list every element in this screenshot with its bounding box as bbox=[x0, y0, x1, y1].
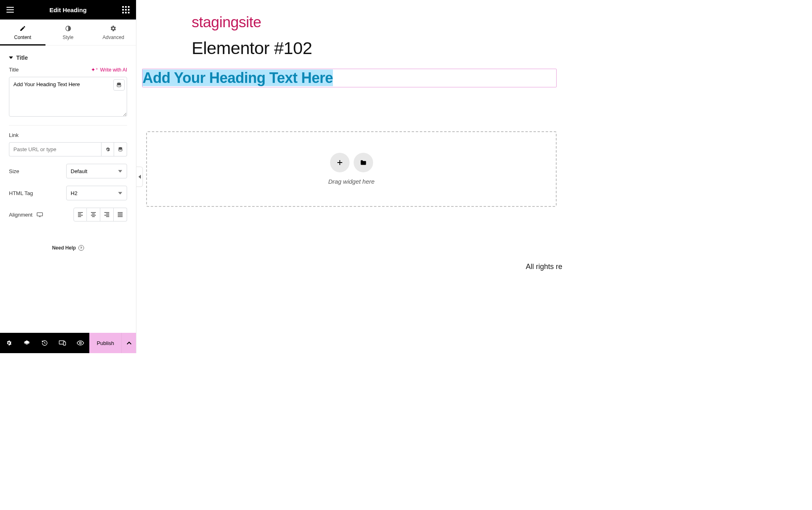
title-textarea[interactable] bbox=[9, 77, 127, 117]
preview-canvas: stagingsite Elementor #102 Add Your Head… bbox=[136, 0, 562, 353]
folder-icon bbox=[360, 159, 367, 166]
panel-header: Edit Heading bbox=[0, 0, 136, 20]
size-select[interactable]: Default bbox=[66, 164, 127, 178]
layers-icon bbox=[23, 340, 30, 346]
align-left-icon bbox=[78, 212, 83, 217]
dropzone[interactable]: Drag widget here bbox=[146, 131, 557, 207]
footer-settings-button[interactable] bbox=[0, 333, 18, 353]
chevron-up-icon bbox=[127, 341, 132, 345]
collapse-panel-handle[interactable] bbox=[136, 167, 143, 187]
template-library-button[interactable] bbox=[354, 153, 373, 172]
responsive-icon[interactable] bbox=[37, 212, 43, 217]
control-title: Title ✦⁺ Write with AI bbox=[9, 67, 127, 118]
link-dynamic-button[interactable] bbox=[114, 142, 127, 156]
align-center-button[interactable] bbox=[87, 208, 100, 221]
tab-content-label: Content bbox=[14, 35, 31, 40]
section-title-header[interactable]: Title bbox=[9, 51, 127, 67]
divider bbox=[9, 125, 127, 126]
write-with-ai-label: Write with AI bbox=[100, 67, 127, 73]
footer-history-button[interactable] bbox=[36, 333, 54, 353]
rights-text: All rights re bbox=[526, 263, 562, 271]
control-link: Link bbox=[9, 132, 127, 156]
control-htmltag: HTML Tag H2 bbox=[9, 186, 127, 200]
site-name[interactable]: stagingsite bbox=[136, 0, 562, 34]
need-help-link[interactable]: Need Help ? bbox=[9, 229, 127, 259]
title-label: Title bbox=[9, 67, 19, 73]
gear-icon bbox=[6, 340, 12, 346]
plus-icon bbox=[336, 159, 343, 166]
database-icon bbox=[118, 147, 123, 152]
tab-style-label: Style bbox=[63, 35, 73, 40]
alignment-toggle-group bbox=[73, 208, 127, 221]
htmltag-label: HTML Tag bbox=[9, 190, 33, 196]
panel-title: Edit Heading bbox=[50, 7, 87, 13]
database-icon bbox=[116, 82, 122, 88]
tab-content[interactable]: Content bbox=[0, 20, 45, 45]
htmltag-select[interactable]: H2 bbox=[66, 186, 127, 200]
align-justify-icon bbox=[117, 212, 123, 217]
editor-panel: Edit Heading Content Style Advanced bbox=[0, 0, 136, 353]
publish-options-button[interactable] bbox=[121, 333, 136, 353]
svg-rect-5 bbox=[63, 342, 66, 345]
link-settings-button[interactable] bbox=[101, 142, 114, 156]
tab-style[interactable]: Style bbox=[45, 20, 91, 45]
footer-responsive-button[interactable] bbox=[54, 333, 71, 353]
control-alignment: Alignment bbox=[9, 208, 127, 221]
heading-widget[interactable]: Add Your Heading Text Here bbox=[142, 69, 557, 87]
heading-text[interactable]: Add Your Heading Text Here bbox=[143, 69, 333, 86]
need-help-label: Need Help bbox=[52, 245, 76, 251]
history-icon bbox=[41, 340, 48, 346]
gear-icon bbox=[105, 147, 110, 152]
publish-button[interactable]: Publish bbox=[89, 333, 121, 353]
control-size: Size Default bbox=[9, 164, 127, 178]
dropzone-hint: Drag widget here bbox=[328, 178, 374, 185]
alignment-label: Alignment bbox=[9, 212, 32, 218]
align-right-icon bbox=[104, 212, 110, 217]
align-right-button[interactable] bbox=[100, 208, 114, 221]
panel-tabs: Content Style Advanced bbox=[0, 20, 136, 46]
eye-icon bbox=[77, 340, 84, 346]
add-section-button[interactable] bbox=[330, 153, 350, 172]
link-input[interactable] bbox=[9, 142, 101, 156]
gear-icon bbox=[110, 25, 117, 32]
tab-advanced-label: Advanced bbox=[102, 35, 124, 40]
link-label: Link bbox=[9, 132, 19, 138]
apps-icon[interactable] bbox=[121, 5, 130, 14]
pencil-icon bbox=[19, 25, 26, 32]
contrast-icon bbox=[65, 25, 71, 32]
size-label: Size bbox=[9, 168, 19, 174]
section-title-label: Title bbox=[16, 54, 28, 61]
align-center-icon bbox=[91, 212, 96, 217]
devices-icon bbox=[59, 340, 66, 346]
dynamic-tags-button[interactable] bbox=[113, 79, 125, 91]
publish-label: Publish bbox=[97, 340, 114, 346]
align-justify-button[interactable] bbox=[114, 208, 127, 221]
page-title: Elementor #102 bbox=[136, 34, 562, 69]
panel-body: Title Title ✦⁺ Write with AI Link bbox=[0, 46, 136, 333]
write-with-ai-link[interactable]: ✦⁺ Write with AI bbox=[91, 67, 127, 73]
menu-icon[interactable] bbox=[6, 5, 15, 14]
svg-rect-3 bbox=[37, 213, 42, 216]
sparkle-icon: ✦⁺ bbox=[91, 67, 98, 73]
align-left-button[interactable] bbox=[73, 208, 87, 221]
caret-down-icon bbox=[9, 56, 13, 59]
help-icon: ? bbox=[78, 245, 84, 251]
footer-preview-button[interactable] bbox=[71, 333, 89, 353]
tab-advanced[interactable]: Advanced bbox=[91, 20, 136, 45]
svg-point-6 bbox=[80, 342, 82, 344]
footer-navigator-button[interactable] bbox=[18, 333, 36, 353]
panel-footer: Publish bbox=[0, 333, 136, 353]
